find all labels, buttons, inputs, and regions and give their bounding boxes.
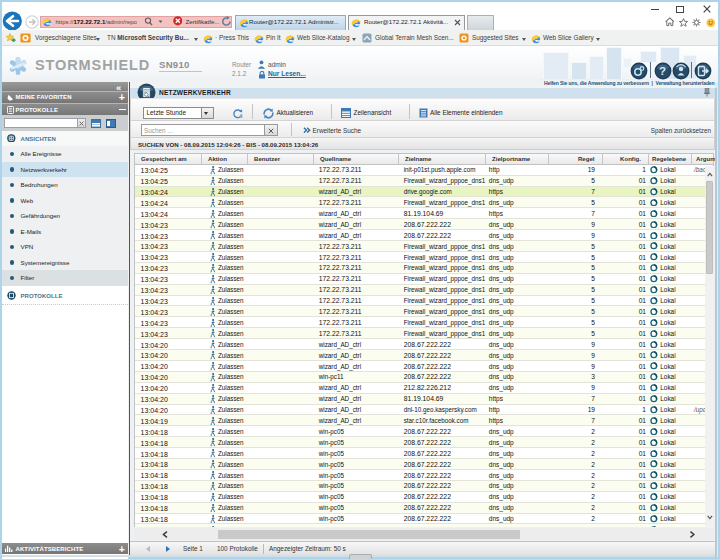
- svg-text:?: ?: [659, 65, 666, 77]
